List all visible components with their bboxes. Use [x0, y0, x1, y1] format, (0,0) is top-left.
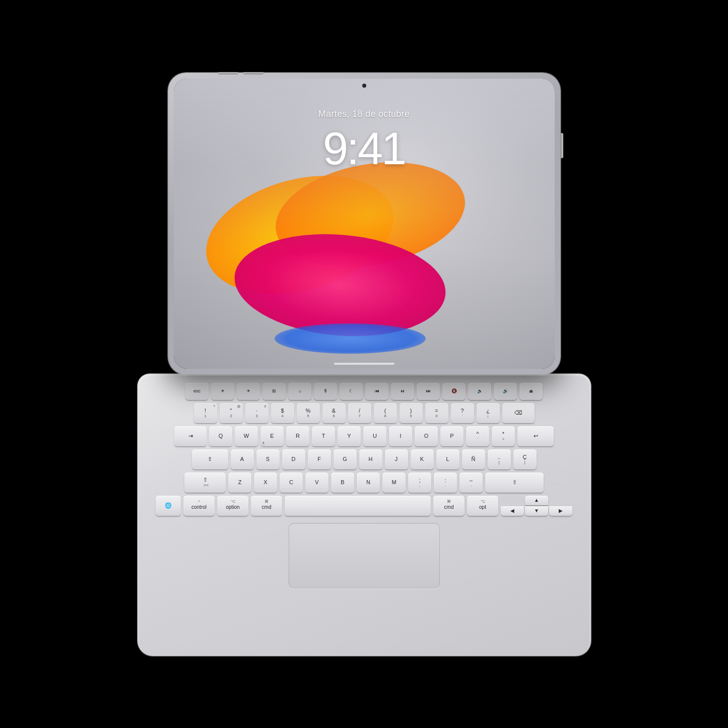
- key-r[interactable]: R: [286, 426, 309, 446]
- zxcv-row: ⇧ >< Z X C V B N M ; , : . –: [149, 473, 580, 493]
- key-brightness-down[interactable]: ☀: [211, 383, 234, 400]
- lock-date: Martes, 18 de octubre: [318, 109, 410, 119]
- key-arrow-left[interactable]: ◀: [501, 506, 524, 516]
- key-lock[interactable]: ⏏: [519, 383, 543, 400]
- key-3[interactable]: # · 3: [245, 403, 269, 423]
- key-option-right[interactable]: ⌥ opt: [467, 496, 498, 516]
- key-volume-up[interactable]: 🔊: [494, 383, 517, 400]
- home-indicator: [334, 363, 394, 365]
- key-space[interactable]: [285, 496, 431, 516]
- key-0[interactable]: = 0: [425, 403, 448, 423]
- key-8[interactable]: ( 8: [374, 403, 397, 423]
- key-6[interactable]: & 6: [322, 403, 346, 423]
- ipad-volume-down: [243, 72, 263, 75]
- bottom-row: 🌐 ^ control ⌥ option: [149, 496, 580, 516]
- key-brace[interactable]: .. {: [488, 449, 511, 470]
- key-b[interactable]: B: [331, 473, 354, 493]
- key-u[interactable]: U: [363, 426, 386, 446]
- ipad-screen: Martes, 18 de octubre 9:41: [174, 79, 555, 369]
- key-esc[interactable]: esc: [185, 383, 209, 400]
- camera-area: [362, 84, 366, 88]
- key-j[interactable]: J: [385, 449, 408, 470]
- key-dictation[interactable]: 🎙: [314, 383, 337, 400]
- key-arrow-right[interactable]: ▶: [549, 506, 572, 516]
- key-x[interactable]: X: [254, 473, 277, 493]
- number-row: ª ! 1 @ " 2 # · 3 $ 4: [149, 403, 580, 423]
- key-5[interactable]: % 5: [297, 403, 320, 423]
- ipad-device: Martes, 18 de octubre 9:41: [168, 73, 561, 375]
- ipad-volume-up: [218, 72, 238, 75]
- key-a[interactable]: A: [231, 449, 254, 470]
- key-mission-control[interactable]: ⊞: [262, 383, 286, 400]
- key-shift-right[interactable]: ⇧: [485, 473, 544, 493]
- magic-keyboard: esc ☀ ☀ ⊞ ⌕ 🎙 ☾ ⏮ ⏯ ⏭ 🔇 🔉 🔊 ⏏ ª !: [138, 374, 591, 656]
- trackpad-area: [149, 523, 580, 588]
- key-control[interactable]: ^ control: [183, 496, 215, 516]
- key-q[interactable]: Q: [209, 426, 232, 446]
- key-caps-lock[interactable]: ⇪: [192, 449, 228, 470]
- key-do-not-disturb[interactable]: ☾: [340, 383, 363, 400]
- key-play-pause[interactable]: ⏯: [391, 383, 414, 400]
- key-comma[interactable]: ; ,: [408, 473, 431, 493]
- key-arrow-down[interactable]: ▼: [525, 506, 548, 516]
- arrow-cluster: ▲ ◀ ▼ ▶: [501, 496, 572, 516]
- key-g[interactable]: G: [334, 449, 357, 470]
- key-s[interactable]: S: [256, 449, 280, 470]
- key-t[interactable]: T: [312, 426, 335, 446]
- fn-row: esc ☀ ☀ ⊞ ⌕ 🎙 ☾ ⏮ ⏯ ⏭ 🔇 🔉 🔊 ⏏: [149, 383, 580, 400]
- keyboard-surface: esc ☀ ☀ ⊞ ⌕ 🎙 ☾ ⏮ ⏯ ⏭ 🔇 🔉 🔊 ⏏ ª !: [149, 383, 580, 646]
- key-option-left[interactable]: ⌥ option: [217, 496, 248, 516]
- key-arrow-up[interactable]: ▲: [525, 496, 548, 505]
- key-p[interactable]: P: [440, 426, 464, 446]
- key-l[interactable]: L: [436, 449, 459, 470]
- front-camera: [362, 84, 366, 88]
- key-shift-left[interactable]: ⇧ ><: [184, 473, 226, 493]
- key-v[interactable]: V: [305, 473, 328, 493]
- key-backspace[interactable]: ⌫: [502, 403, 535, 423]
- key-h[interactable]: H: [359, 449, 382, 470]
- key-dash[interactable]: – -: [459, 473, 483, 493]
- key-globe[interactable]: 🌐: [156, 496, 181, 516]
- key-rewind[interactable]: ⏮: [365, 383, 388, 400]
- key-volume-down[interactable]: 🔉: [468, 383, 491, 400]
- key-exclamation[interactable]: ¿ ¡: [477, 403, 500, 423]
- ipad-screen-bezel: Martes, 18 de octubre 9:41: [174, 79, 555, 369]
- key-asterisk[interactable]: * +: [492, 426, 515, 446]
- key-y[interactable]: Y: [338, 426, 361, 446]
- qwerty-row: ⇥ Q W E € R T Y U I O P ^ `: [149, 426, 580, 446]
- key-caret[interactable]: ^ `: [466, 426, 489, 446]
- key-c[interactable]: C: [280, 473, 303, 493]
- key-period[interactable]: : .: [434, 473, 457, 493]
- key-brightness-up[interactable]: ☀: [237, 383, 260, 400]
- key-o[interactable]: O: [415, 426, 438, 446]
- key-w[interactable]: W: [235, 426, 258, 446]
- key-cmd-left[interactable]: ⌘ cmd: [251, 496, 282, 516]
- key-2[interactable]: @ " 2: [220, 403, 243, 423]
- key-d[interactable]: D: [282, 449, 305, 470]
- key-enter[interactable]: ↩: [517, 426, 554, 446]
- key-e[interactable]: E €: [260, 426, 284, 446]
- key-tab[interactable]: ⇥: [174, 426, 207, 446]
- key-z[interactable]: Z: [228, 473, 251, 493]
- asdf-row: ⇪ A S D F G H J K L Ñ .. { Ç }: [149, 449, 580, 470]
- key-cmd-right[interactable]: ⌘ cmd: [433, 496, 465, 516]
- key-fast-forward[interactable]: ⏭: [417, 383, 440, 400]
- key-apostrophe[interactable]: ? ': [451, 403, 474, 423]
- key-9[interactable]: ) 9: [400, 403, 423, 423]
- key-m[interactable]: M: [382, 473, 406, 493]
- ipad-power-button: [561, 133, 563, 158]
- key-n[interactable]: N: [357, 473, 380, 493]
- key-k[interactable]: K: [411, 449, 434, 470]
- key-c-cedilla[interactable]: Ç }: [513, 449, 537, 470]
- lock-time: 9:41: [323, 123, 405, 175]
- trackpad[interactable]: [289, 523, 440, 588]
- key-7[interactable]: / 7: [348, 403, 371, 423]
- key-n-tilde[interactable]: Ñ: [462, 449, 485, 470]
- key-search[interactable]: ⌕: [288, 383, 311, 400]
- device-container: Martes, 18 de octubre 9:41 esc ☀ ☀ ⊞ ⌕ 🎙…: [138, 73, 591, 656]
- key-mute[interactable]: 🔇: [442, 383, 466, 400]
- key-f[interactable]: F: [308, 449, 331, 470]
- key-1[interactable]: ª ! 1: [194, 403, 217, 423]
- key-i[interactable]: I: [389, 426, 412, 446]
- key-4[interactable]: $ 4: [271, 403, 294, 423]
